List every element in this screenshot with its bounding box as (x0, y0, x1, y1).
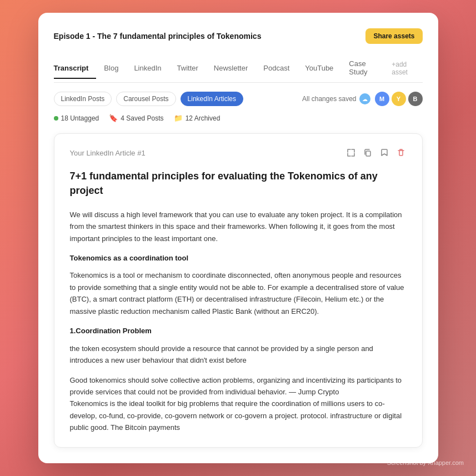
subtabs-outer: LinkedIn Posts Carousel Posts LinkedIn A… (54, 92, 423, 106)
avatars-group: M Y B (375, 92, 423, 106)
tab-blog[interactable]: Blog (96, 59, 126, 79)
article-heading-1: Tokenomics as a coordination tool (70, 252, 407, 264)
delete-icon (397, 148, 405, 157)
article-label: Your LinkedIn Article #1 (70, 149, 146, 157)
tab-podcast[interactable]: Podcast (255, 59, 297, 79)
add-asset-button[interactable]: +add asset (392, 56, 422, 82)
subtab-linkedin-articles[interactable]: LinkedIn Articles (181, 92, 243, 106)
header-row: Episode 1 - The 7 fundamental principles… (54, 28, 423, 44)
article-card-header: Your LinkedIn Article #1 (70, 147, 407, 158)
archive-icon: 📁 (174, 114, 183, 122)
subtab-carousel-posts[interactable]: Carousel Posts (116, 92, 176, 106)
article-para-4: Good tokenomics should solve collective … (70, 374, 407, 434)
expand-icon (347, 148, 355, 157)
article-body: We will discuss a high level framework t… (70, 209, 407, 434)
stat-archived[interactable]: 📁 12 Archived (174, 114, 221, 122)
main-window: Episode 1 - The 7 fundamental principles… (38, 13, 438, 463)
status-area: All changes saved ☁ M Y B (302, 92, 422, 106)
article-title: 7+1 fundamental principles for evaluatin… (70, 169, 407, 197)
tab-twitter[interactable]: Twitter (169, 59, 206, 79)
tab-youtube[interactable]: YouTube (297, 59, 341, 79)
article-card: Your LinkedIn Article #1 (54, 133, 423, 447)
episode-title: Episode 1 - The 7 fundamental principles… (54, 32, 262, 41)
tab-newsletter[interactable]: Newsletter (206, 59, 255, 79)
save-status-text: All changes saved (302, 95, 356, 103)
expand-button[interactable] (345, 147, 357, 158)
avatar-m[interactable]: M (375, 92, 389, 106)
cloud-icon: ☁ (359, 93, 370, 104)
avatar-y[interactable]: Y (392, 92, 406, 106)
article-para-3: the token ecosystem should provide a res… (70, 343, 407, 367)
save-status: All changes saved ☁ (302, 93, 370, 104)
article-heading-2: 1.Coordination Problem (70, 325, 407, 337)
share-assets-button[interactable]: Share assets (365, 28, 422, 44)
tabs-row: Transcript Blog LinkedIn Twitter Newslet… (54, 55, 423, 83)
untagged-dot-icon (54, 116, 58, 121)
tab-transcript[interactable]: Transcript (54, 59, 97, 79)
copy-icon (363, 148, 372, 157)
article-para-2: Tokenomics is a tool or mechanism to coo… (70, 269, 407, 317)
subtabs-left: LinkedIn Posts Carousel Posts LinkedIn A… (54, 92, 243, 106)
subtab-linkedin-posts[interactable]: LinkedIn Posts (54, 92, 112, 106)
stat-untagged-label: 18 Untagged (61, 114, 99, 122)
screenshot-label: Screenshot by Xnapper.com (387, 459, 464, 466)
avatar-b[interactable]: B (408, 92, 423, 106)
stat-saved-label: 4 Saved Posts (121, 114, 163, 122)
bookmark-icon (380, 148, 389, 157)
card-actions (345, 147, 407, 158)
bookmark-icon: 🔖 (109, 114, 118, 122)
bookmark-button[interactable] (379, 147, 390, 158)
stat-archived-label: 12 Archived (186, 114, 221, 122)
stat-untagged[interactable]: 18 Untagged (54, 114, 99, 122)
article-para-1: We will discuss a high level framework t… (70, 209, 407, 244)
stat-saved[interactable]: 🔖 4 Saved Posts (109, 114, 163, 122)
svg-rect-0 (366, 151, 370, 156)
delete-button[interactable] (395, 147, 407, 158)
tab-case-study[interactable]: Case Study (341, 55, 392, 83)
stats-row: 18 Untagged 🔖 4 Saved Posts 📁 12 Archive… (54, 114, 423, 122)
copy-button[interactable] (362, 147, 373, 158)
tab-linkedin[interactable]: LinkedIn (126, 59, 169, 79)
